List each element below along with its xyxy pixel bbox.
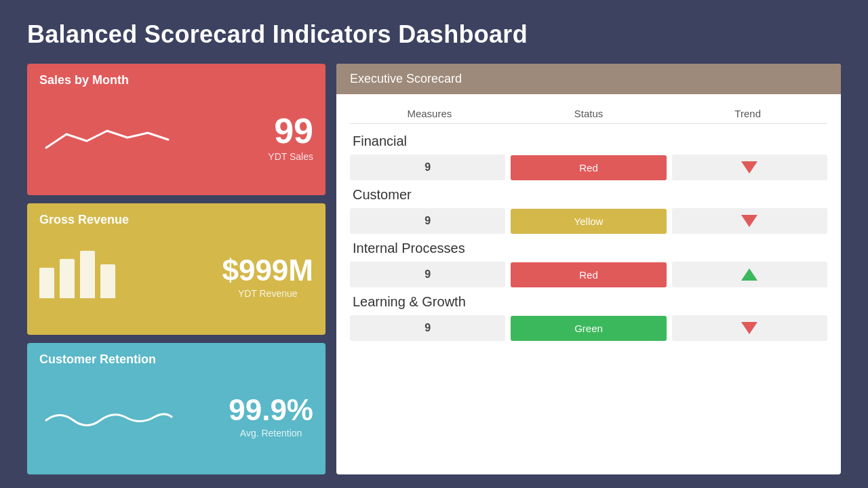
customer-trend xyxy=(672,208,827,234)
customer-label: Customer xyxy=(350,187,827,203)
scorecard-table: Measures Status Trend Financial 9 Red Cu… xyxy=(336,94,841,474)
sales-card-title: Sales by Month xyxy=(39,73,313,87)
revenue-card-title: Gross Revenue xyxy=(39,213,313,227)
col-header-status: Status xyxy=(509,108,669,119)
learning-growth-row: 9 Green xyxy=(350,315,827,341)
scorecard-header: Executive Scorecard xyxy=(336,64,841,94)
dashboard-body: Sales by Month 99 YDT Sales Gross Revenu… xyxy=(27,64,841,474)
revenue-card: Gross Revenue $999M YDT Revenue xyxy=(27,203,326,335)
learning-growth-section: Learning & Growth 9 Green xyxy=(350,294,827,341)
learning-growth-status: Green xyxy=(511,316,666,341)
internal-processes-trend-up-icon xyxy=(741,268,757,281)
internal-processes-measure: 9 xyxy=(350,262,505,287)
retention-card-content: 99.9% Avg. Retention xyxy=(39,372,313,462)
sales-line-chart xyxy=(39,114,175,161)
financial-status: Red xyxy=(511,155,666,180)
customer-row: 9 Yellow xyxy=(350,208,827,234)
sales-numbers: 99 YDT Sales xyxy=(268,113,313,162)
sales-card-content: 99 YDT Sales xyxy=(39,93,313,182)
revenue-bar-chart xyxy=(39,253,115,301)
internal-processes-label: Internal Processes xyxy=(350,241,827,256)
retention-card: Customer Retention 99.9% Avg. Retention xyxy=(27,343,326,474)
internal-processes-row: 9 Red xyxy=(350,262,827,287)
col-header-trend: Trend xyxy=(668,108,827,119)
financial-label: Financial xyxy=(350,134,827,149)
page-title: Balanced Scorecard Indicators Dashboard xyxy=(27,20,841,49)
revenue-chart-visual xyxy=(39,253,222,301)
retention-chart-visual xyxy=(39,396,229,437)
financial-row: 9 Red xyxy=(350,155,827,180)
financial-trend xyxy=(672,155,827,180)
retention-numbers: 99.9% Avg. Retention xyxy=(229,395,313,439)
financial-trend-down-icon xyxy=(741,161,757,174)
retention-wave-chart xyxy=(39,396,175,437)
retention-label: Avg. Retention xyxy=(229,428,313,439)
table-column-headers: Measures Status Trend xyxy=(350,101,827,124)
internal-processes-section: Internal Processes 9 Red xyxy=(350,241,827,287)
sales-chart-visual xyxy=(39,114,268,161)
revenue-card-content: $999M YDT Revenue xyxy=(39,232,313,322)
col-header-measures: Measures xyxy=(350,108,509,119)
learning-growth-trend xyxy=(672,315,827,341)
bar-1 xyxy=(39,268,54,298)
bar-3 xyxy=(80,251,95,298)
customer-section: Customer 9 Yellow xyxy=(350,187,827,234)
internal-processes-trend xyxy=(672,262,827,287)
financial-measure: 9 xyxy=(350,155,505,180)
revenue-value: $999M xyxy=(222,256,313,285)
internal-processes-status: Red xyxy=(511,262,666,287)
retention-card-title: Customer Retention xyxy=(39,352,313,367)
financial-section: Financial 9 Red xyxy=(350,134,827,180)
revenue-numbers: $999M YDT Revenue xyxy=(222,256,313,299)
customer-trend-down-icon xyxy=(741,215,757,227)
sales-card: Sales by Month 99 YDT Sales xyxy=(27,64,326,195)
left-column: Sales by Month 99 YDT Sales Gross Revenu… xyxy=(27,64,326,474)
learning-growth-trend-down-icon xyxy=(741,322,757,334)
bar-4 xyxy=(100,264,115,298)
scorecard-panel: Executive Scorecard Measures Status Tren… xyxy=(336,64,841,474)
learning-growth-measure: 9 xyxy=(350,315,505,341)
sales-value: 99 xyxy=(268,113,313,148)
revenue-label: YDT Revenue xyxy=(222,288,313,299)
bar-2 xyxy=(60,259,75,298)
customer-status: Yellow xyxy=(511,209,666,234)
sales-label: YDT Sales xyxy=(268,151,313,162)
learning-growth-label: Learning & Growth xyxy=(350,294,827,310)
retention-value: 99.9% xyxy=(229,395,313,425)
customer-measure: 9 xyxy=(350,208,505,234)
